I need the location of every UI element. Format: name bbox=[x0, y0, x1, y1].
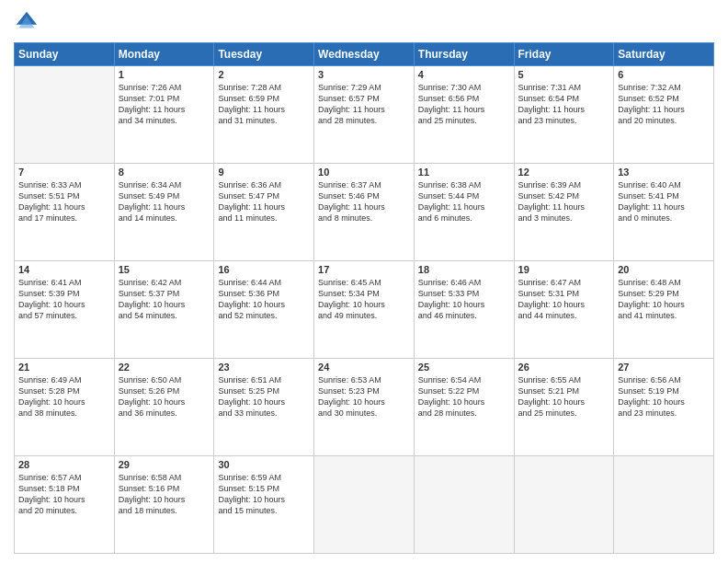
day-number: 3 bbox=[318, 69, 410, 80]
calendar-cell: 10Sunrise: 6:37 AM Sunset: 5:46 PM Dayli… bbox=[314, 164, 415, 261]
calendar-cell: 29Sunrise: 6:58 AM Sunset: 5:16 PM Dayli… bbox=[114, 456, 214, 554]
day-info: Sunrise: 7:28 AM Sunset: 6:59 PM Dayligh… bbox=[218, 82, 310, 127]
day-number: 13 bbox=[618, 167, 710, 178]
calendar-cell: 6Sunrise: 7:32 AM Sunset: 6:52 PM Daylig… bbox=[614, 66, 714, 164]
page: SundayMondayTuesdayWednesdayThursdayFrid… bbox=[0, 0, 728, 563]
day-info: Sunrise: 7:29 AM Sunset: 6:57 PM Dayligh… bbox=[318, 82, 410, 127]
logo bbox=[14, 9, 43, 35]
calendar-week-3: 14Sunrise: 6:41 AM Sunset: 5:39 PM Dayli… bbox=[15, 261, 714, 359]
day-number: 2 bbox=[218, 69, 310, 80]
day-info: Sunrise: 6:57 AM Sunset: 5:18 PM Dayligh… bbox=[18, 472, 110, 517]
calendar-cell: 22Sunrise: 6:50 AM Sunset: 5:26 PM Dayli… bbox=[114, 359, 214, 456]
calendar-cell: 28Sunrise: 6:57 AM Sunset: 5:18 PM Dayli… bbox=[15, 456, 115, 554]
calendar-cell: 2Sunrise: 7:28 AM Sunset: 6:59 PM Daylig… bbox=[214, 66, 314, 164]
day-info: Sunrise: 6:58 AM Sunset: 5:16 PM Dayligh… bbox=[119, 472, 210, 517]
calendar-week-4: 21Sunrise: 6:49 AM Sunset: 5:28 PM Dayli… bbox=[15, 359, 714, 456]
day-number: 1 bbox=[119, 69, 210, 80]
calendar-cell: 7Sunrise: 6:33 AM Sunset: 5:51 PM Daylig… bbox=[15, 164, 115, 261]
calendar-cell: 19Sunrise: 6:47 AM Sunset: 5:31 PM Dayli… bbox=[514, 261, 614, 359]
calendar-cell: 8Sunrise: 6:34 AM Sunset: 5:49 PM Daylig… bbox=[114, 164, 214, 261]
day-info: Sunrise: 6:53 AM Sunset: 5:23 PM Dayligh… bbox=[318, 374, 410, 419]
calendar-cell: 11Sunrise: 6:38 AM Sunset: 5:44 PM Dayli… bbox=[414, 164, 514, 261]
day-info: Sunrise: 6:39 AM Sunset: 5:42 PM Dayligh… bbox=[518, 179, 610, 224]
day-info: Sunrise: 6:44 AM Sunset: 5:36 PM Dayligh… bbox=[218, 277, 310, 322]
day-info: Sunrise: 6:34 AM Sunset: 5:49 PM Dayligh… bbox=[119, 179, 210, 224]
day-number: 27 bbox=[618, 362, 710, 373]
day-info: Sunrise: 6:41 AM Sunset: 5:39 PM Dayligh… bbox=[18, 277, 110, 322]
calendar-cell: 24Sunrise: 6:53 AM Sunset: 5:23 PM Dayli… bbox=[314, 359, 415, 456]
day-info: Sunrise: 7:32 AM Sunset: 6:52 PM Dayligh… bbox=[618, 82, 710, 127]
calendar-cell: 23Sunrise: 6:51 AM Sunset: 5:25 PM Dayli… bbox=[214, 359, 314, 456]
calendar-weekday-tuesday: Tuesday bbox=[214, 43, 314, 66]
day-info: Sunrise: 7:31 AM Sunset: 6:54 PM Dayligh… bbox=[518, 82, 610, 127]
day-info: Sunrise: 6:37 AM Sunset: 5:46 PM Dayligh… bbox=[318, 179, 410, 224]
day-number: 22 bbox=[119, 362, 210, 373]
day-number: 5 bbox=[518, 69, 610, 80]
calendar-weekday-sunday: Sunday bbox=[15, 43, 115, 66]
day-number: 28 bbox=[18, 459, 110, 470]
calendar-cell: 27Sunrise: 6:56 AM Sunset: 5:19 PM Dayli… bbox=[614, 359, 714, 456]
calendar-cell: 16Sunrise: 6:44 AM Sunset: 5:36 PM Dayli… bbox=[214, 261, 314, 359]
day-number: 25 bbox=[418, 362, 510, 373]
day-number: 12 bbox=[518, 167, 610, 178]
day-info: Sunrise: 6:33 AM Sunset: 5:51 PM Dayligh… bbox=[18, 179, 110, 224]
day-info: Sunrise: 7:26 AM Sunset: 7:01 PM Dayligh… bbox=[119, 82, 210, 127]
calendar-cell: 17Sunrise: 6:45 AM Sunset: 5:34 PM Dayli… bbox=[314, 261, 415, 359]
day-info: Sunrise: 6:46 AM Sunset: 5:33 PM Dayligh… bbox=[418, 277, 510, 322]
calendar-cell: 30Sunrise: 6:59 AM Sunset: 5:15 PM Dayli… bbox=[214, 456, 314, 554]
calendar-cell: 3Sunrise: 7:29 AM Sunset: 6:57 PM Daylig… bbox=[314, 66, 415, 164]
calendar-cell: 21Sunrise: 6:49 AM Sunset: 5:28 PM Dayli… bbox=[15, 359, 115, 456]
day-number: 23 bbox=[218, 362, 310, 373]
calendar-cell: 5Sunrise: 7:31 AM Sunset: 6:54 PM Daylig… bbox=[514, 66, 614, 164]
calendar-week-2: 7Sunrise: 6:33 AM Sunset: 5:51 PM Daylig… bbox=[15, 164, 714, 261]
calendar-cell: 4Sunrise: 7:30 AM Sunset: 6:56 PM Daylig… bbox=[414, 66, 514, 164]
day-number: 16 bbox=[218, 264, 310, 275]
day-number: 30 bbox=[218, 459, 310, 470]
calendar-cell: 18Sunrise: 6:46 AM Sunset: 5:33 PM Dayli… bbox=[414, 261, 514, 359]
calendar-cell bbox=[314, 456, 415, 554]
calendar-week-1: 1Sunrise: 7:26 AM Sunset: 7:01 PM Daylig… bbox=[15, 66, 714, 164]
calendar-cell: 25Sunrise: 6:54 AM Sunset: 5:22 PM Dayli… bbox=[414, 359, 514, 456]
day-number: 7 bbox=[18, 167, 110, 178]
day-info: Sunrise: 6:51 AM Sunset: 5:25 PM Dayligh… bbox=[218, 374, 310, 419]
calendar-table: SundayMondayTuesdayWednesdayThursdayFrid… bbox=[14, 42, 714, 554]
day-info: Sunrise: 6:40 AM Sunset: 5:41 PM Dayligh… bbox=[618, 179, 710, 224]
logo-icon bbox=[14, 9, 40, 35]
calendar-cell: 1Sunrise: 7:26 AM Sunset: 7:01 PM Daylig… bbox=[114, 66, 214, 164]
calendar-header-row: SundayMondayTuesdayWednesdayThursdayFrid… bbox=[15, 43, 714, 66]
day-number: 20 bbox=[618, 264, 710, 275]
day-info: Sunrise: 6:42 AM Sunset: 5:37 PM Dayligh… bbox=[119, 277, 210, 322]
calendar-weekday-monday: Monday bbox=[114, 43, 214, 66]
calendar-cell bbox=[614, 456, 714, 554]
day-info: Sunrise: 6:50 AM Sunset: 5:26 PM Dayligh… bbox=[119, 374, 210, 419]
calendar-cell bbox=[15, 66, 115, 164]
day-info: Sunrise: 6:55 AM Sunset: 5:21 PM Dayligh… bbox=[518, 374, 610, 419]
day-number: 19 bbox=[518, 264, 610, 275]
calendar-cell: 13Sunrise: 6:40 AM Sunset: 5:41 PM Dayli… bbox=[614, 164, 714, 261]
day-number: 21 bbox=[18, 362, 110, 373]
day-info: Sunrise: 6:59 AM Sunset: 5:15 PM Dayligh… bbox=[218, 472, 310, 517]
day-info: Sunrise: 6:49 AM Sunset: 5:28 PM Dayligh… bbox=[18, 374, 110, 419]
day-info: Sunrise: 6:38 AM Sunset: 5:44 PM Dayligh… bbox=[418, 179, 510, 224]
calendar-cell: 20Sunrise: 6:48 AM Sunset: 5:29 PM Dayli… bbox=[614, 261, 714, 359]
day-info: Sunrise: 6:47 AM Sunset: 5:31 PM Dayligh… bbox=[518, 277, 610, 322]
calendar-week-5: 28Sunrise: 6:57 AM Sunset: 5:18 PM Dayli… bbox=[15, 456, 714, 554]
calendar-weekday-saturday: Saturday bbox=[614, 43, 714, 66]
day-info: Sunrise: 6:54 AM Sunset: 5:22 PM Dayligh… bbox=[418, 374, 510, 419]
calendar-cell bbox=[414, 456, 514, 554]
calendar-cell: 26Sunrise: 6:55 AM Sunset: 5:21 PM Dayli… bbox=[514, 359, 614, 456]
calendar-weekday-friday: Friday bbox=[514, 43, 614, 66]
day-number: 14 bbox=[18, 264, 110, 275]
day-info: Sunrise: 6:56 AM Sunset: 5:19 PM Dayligh… bbox=[618, 374, 710, 419]
calendar-weekday-wednesday: Wednesday bbox=[314, 43, 415, 66]
day-number: 6 bbox=[618, 69, 710, 80]
header bbox=[14, 9, 714, 35]
day-number: 4 bbox=[418, 69, 510, 80]
calendar-weekday-thursday: Thursday bbox=[414, 43, 514, 66]
day-number: 18 bbox=[418, 264, 510, 275]
day-info: Sunrise: 6:48 AM Sunset: 5:29 PM Dayligh… bbox=[618, 277, 710, 322]
calendar-cell: 12Sunrise: 6:39 AM Sunset: 5:42 PM Dayli… bbox=[514, 164, 614, 261]
day-number: 11 bbox=[418, 167, 510, 178]
day-number: 15 bbox=[119, 264, 210, 275]
calendar-cell: 9Sunrise: 6:36 AM Sunset: 5:47 PM Daylig… bbox=[214, 164, 314, 261]
